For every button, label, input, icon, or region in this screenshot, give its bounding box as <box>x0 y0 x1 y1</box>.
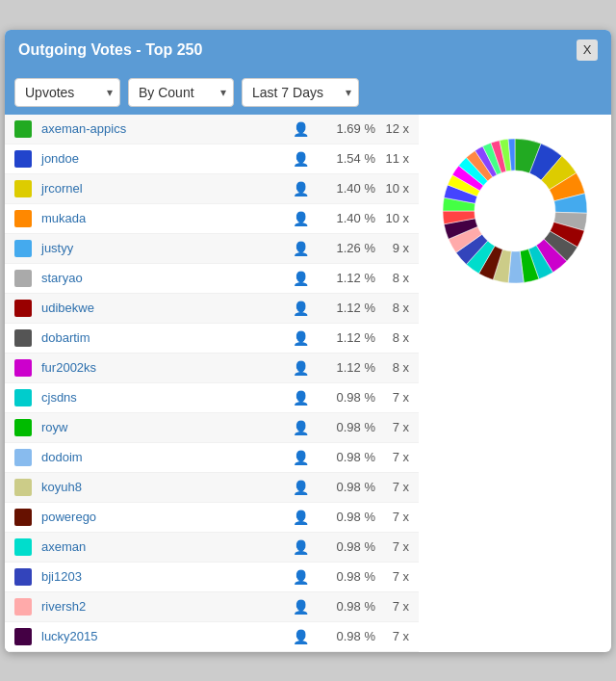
table-row: udibekwe 👤 1.12 % 8 x <box>5 294 419 324</box>
color-swatch <box>14 568 32 586</box>
vote-percent: 1.40 % <box>318 181 375 196</box>
vote-percent: 0.98 % <box>318 629 375 643</box>
user-icon: 👤 <box>291 241 310 256</box>
vote-percent: 0.98 % <box>318 599 375 614</box>
vote-count: 10 x <box>375 211 409 225</box>
color-swatch <box>14 150 32 168</box>
user-name[interactable]: koyuh8 <box>41 480 291 494</box>
filter2-select[interactable]: By Count By Percent <box>128 78 234 107</box>
user-icon: 👤 <box>291 151 310 167</box>
table-row: jrcornel 👤 1.40 % 10 x <box>5 174 419 204</box>
table-row: dobartim 👤 1.12 % 8 x <box>5 324 419 354</box>
filter2-wrapper: By Count By Percent <box>128 78 234 107</box>
color-swatch <box>14 240 32 257</box>
vote-count: 7 x <box>375 569 409 584</box>
user-name[interactable]: staryao <box>41 271 291 285</box>
user-name[interactable]: riversh2 <box>41 599 291 614</box>
vote-count: 10 x <box>375 181 409 196</box>
user-icon: 👤 <box>291 181 310 196</box>
user-icon: 👤 <box>291 599 310 615</box>
vote-count: 8 x <box>375 330 409 345</box>
user-name[interactable]: cjsdns <box>41 390 291 405</box>
vote-percent: 1.40 % <box>318 211 375 225</box>
vote-percent: 0.98 % <box>318 450 375 464</box>
vote-percent: 1.12 % <box>318 301 375 315</box>
vote-percent: 1.12 % <box>318 330 375 345</box>
filter1-select[interactable]: Upvotes Downvotes All <box>14 78 120 107</box>
user-name[interactable]: udibekwe <box>41 301 291 315</box>
vote-count: 7 x <box>375 450 409 464</box>
user-icon: 👤 <box>291 271 310 286</box>
vote-count: 8 x <box>375 271 409 285</box>
vote-percent: 0.98 % <box>318 480 375 494</box>
vote-percent: 1.12 % <box>318 271 375 285</box>
table-row: powerego 👤 0.98 % 7 x <box>5 503 419 533</box>
user-name[interactable]: fur2002ks <box>41 360 291 375</box>
filter3-wrapper: Last 7 Days Last 30 Days All Time <box>242 78 359 107</box>
user-name[interactable]: dodoim <box>41 450 291 464</box>
user-name[interactable]: jrcornel <box>41 181 291 196</box>
vote-percent: 0.98 % <box>318 420 375 434</box>
vote-count: 7 x <box>375 420 409 434</box>
table-row: riversh2 👤 0.98 % 7 x <box>5 592 419 622</box>
vote-percent: 0.98 % <box>318 390 375 405</box>
color-swatch <box>14 329 32 347</box>
vote-count: 7 x <box>375 539 409 554</box>
vote-count: 11 x <box>375 151 409 166</box>
color-swatch <box>14 628 32 645</box>
filter1-wrapper: Upvotes Downvotes All <box>14 78 120 107</box>
vote-list: axeman-appics 👤 1.69 % 12 x jondoe 👤 1.5… <box>5 115 419 652</box>
table-row: mukada 👤 1.40 % 10 x <box>5 204 419 234</box>
user-icon: 👤 <box>291 539 310 555</box>
user-icon: 👤 <box>291 569 310 585</box>
color-swatch <box>14 359 32 377</box>
table-row: justyy 👤 1.26 % 9 x <box>5 234 419 264</box>
color-swatch <box>14 538 32 556</box>
user-name[interactable]: justyy <box>41 241 291 255</box>
vote-count: 7 x <box>375 510 409 524</box>
user-name[interactable]: bji1203 <box>41 569 291 584</box>
user-icon: 👤 <box>291 480 310 495</box>
table-row: koyuh8 👤 0.98 % 7 x <box>5 473 419 503</box>
user-name[interactable]: royw <box>41 420 291 434</box>
user-icon: 👤 <box>291 330 310 346</box>
user-icon: 👤 <box>291 211 310 226</box>
vote-count: 7 x <box>375 599 409 614</box>
table-row: royw 👤 0.98 % 7 x <box>5 413 419 443</box>
vote-count: 7 x <box>375 480 409 494</box>
content-area: axeman-appics 👤 1.69 % 12 x jondoe 👤 1.5… <box>5 115 611 652</box>
filter3-select[interactable]: Last 7 Days Last 30 Days All Time <box>242 78 359 107</box>
user-name[interactable]: powerego <box>41 510 291 524</box>
color-swatch <box>14 210 32 227</box>
table-row: axeman-appics 👤 1.69 % 12 x <box>5 115 419 144</box>
vote-count: 7 x <box>375 629 409 643</box>
user-name[interactable]: jondoe <box>41 151 291 166</box>
user-name[interactable]: axeman <box>41 539 291 554</box>
vote-percent: 0.98 % <box>318 510 375 524</box>
color-swatch <box>14 389 32 406</box>
user-name[interactable]: axeman-appics <box>41 121 291 136</box>
table-row: dodoim 👤 0.98 % 7 x <box>5 443 419 473</box>
close-button[interactable]: X <box>577 39 598 61</box>
user-icon: 👤 <box>291 510 310 525</box>
user-name[interactable]: mukada <box>41 211 291 225</box>
user-icon: 👤 <box>291 121 310 137</box>
color-swatch <box>14 449 32 466</box>
user-name[interactable]: dobartim <box>41 330 291 345</box>
table-row: lucky2015 👤 0.98 % 7 x <box>5 622 419 652</box>
vote-count: 8 x <box>375 301 409 315</box>
chart-section <box>419 115 611 652</box>
vote-count: 9 x <box>375 241 409 255</box>
color-swatch <box>14 300 32 317</box>
color-swatch <box>14 419 32 436</box>
user-icon: 👤 <box>291 450 310 465</box>
vote-percent: 1.69 % <box>318 121 375 136</box>
user-name[interactable]: lucky2015 <box>41 629 291 643</box>
color-swatch <box>14 120 32 138</box>
color-swatch <box>14 509 32 526</box>
user-icon: 👤 <box>291 629 310 644</box>
user-icon: 👤 <box>291 390 310 406</box>
vote-count: 7 x <box>375 390 409 405</box>
vote-percent: 1.26 % <box>318 241 375 255</box>
vote-count: 12 x <box>375 121 409 136</box>
